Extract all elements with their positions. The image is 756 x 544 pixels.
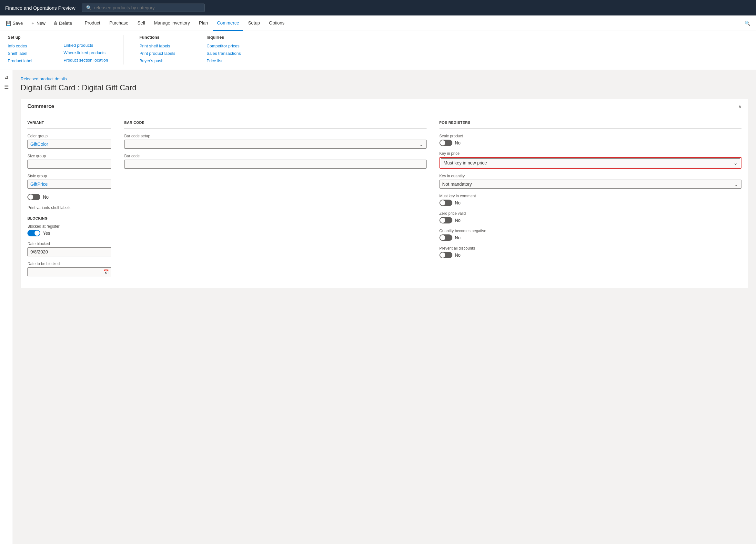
collapse-chevron-icon: ∧	[738, 104, 741, 109]
variant-header: VARIANT	[27, 121, 111, 129]
zero-price-valid-label: Zero price valid	[439, 211, 742, 216]
toggle-slider-comment	[439, 200, 452, 206]
page-content: ⊿ ☰ Released product details Digital Gif…	[0, 70, 756, 544]
functions-group-title: Functions	[139, 35, 175, 40]
menu-info-codes[interactable]: Info codes	[8, 42, 32, 50]
menu-buyers-push[interactable]: Buyer's push	[139, 57, 175, 65]
breadcrumb[interactable]: Released product details	[21, 76, 748, 81]
date-to-be-blocked-input[interactable]	[27, 267, 111, 276]
inquiries-group-title: Inquiries	[207, 35, 241, 40]
must-key-in-comment-toggle[interactable]	[439, 200, 452, 206]
tab-product[interactable]: Product	[81, 15, 104, 31]
tab-manage-inventory[interactable]: Manage inventory	[150, 15, 194, 31]
setup-group-title: Set up	[8, 35, 32, 40]
tab-purchase[interactable]: Purchase	[106, 15, 132, 31]
key-in-price-wrapper: Must key in new price Not mandatory Not …	[439, 157, 742, 169]
toggle-slider-blocked	[27, 230, 40, 237]
menu-group-functions: Functions Print shelf labels Print produ…	[139, 35, 175, 65]
barcode-header: BAR CODE	[124, 121, 427, 129]
key-in-quantity-select[interactable]: Not mandatory Must key in Not allowed	[439, 180, 742, 189]
commerce-section-card: Commerce ∧ VARIANT Color group Size grou…	[21, 99, 748, 288]
blocked-at-register-toggle[interactable]	[27, 230, 40, 237]
global-search[interactable]: 🔍	[82, 4, 205, 12]
menu-shelf-label[interactable]: Shelf label	[8, 50, 32, 57]
delete-button[interactable]: 🗑 Delete	[50, 19, 75, 28]
toggle-slider-qty-neg	[439, 235, 452, 241]
menu-linked-products[interactable]: Linked products	[64, 42, 108, 49]
size-group-input[interactable]	[27, 160, 111, 169]
scale-product-toggle[interactable]	[439, 140, 452, 146]
main-area: Released product details Digital Gift Ca…	[13, 70, 756, 544]
prevent-all-discounts-label: Prevent all discounts	[439, 246, 742, 251]
toggle-slider-discounts	[439, 252, 452, 258]
zero-price-valid-toggle[interactable]	[439, 217, 452, 224]
section-body: VARIANT Color group Size group Style gro…	[21, 114, 748, 288]
prevent-all-discounts-value: No	[455, 253, 461, 258]
print-variants-label: No	[43, 195, 49, 200]
new-button[interactable]: ＋ New	[27, 18, 49, 28]
blocked-at-register-value: Yes	[43, 231, 50, 236]
key-in-quantity-label: Key in quantity	[439, 174, 742, 178]
calendar-icon: 📅	[103, 269, 109, 274]
commerce-dropdown: Set up Info codes Shelf label Product la…	[0, 31, 756, 70]
color-group-input[interactable]	[27, 140, 111, 149]
menu-print-product-labels[interactable]: Print product labels	[139, 50, 175, 57]
print-variants-field-label: Print variants shelf labels	[27, 206, 111, 210]
date-blocked-input[interactable]	[27, 247, 111, 257]
zero-price-valid-value: No	[455, 218, 461, 223]
quantity-negative-label: Quantity becomes negative	[439, 229, 742, 233]
must-key-in-comment-label: Must key in comment	[439, 194, 742, 198]
date-blocked-label: Date blocked	[27, 242, 111, 246]
menu-icon[interactable]: ☰	[4, 84, 9, 90]
menu-group-inquiries: Inquiries Competitor prices Sales transa…	[207, 35, 241, 65]
menu-print-shelf-labels[interactable]: Print shelf labels	[139, 42, 175, 50]
tab-commerce[interactable]: Commerce	[213, 15, 243, 31]
tab-options[interactable]: Options	[265, 15, 288, 31]
search-input[interactable]	[94, 5, 200, 10]
menu-competitor-prices[interactable]: Competitor prices	[207, 42, 241, 50]
command-bar: 💾 Save ＋ New 🗑 Delete Product Purchase S…	[0, 15, 756, 31]
tab-plan[interactable]: Plan	[195, 15, 212, 31]
page-title: Digital Gift Card : Digital Gift Card	[21, 83, 748, 92]
must-key-in-comment-value: No	[455, 200, 461, 206]
quantity-negative-toggle[interactable]	[439, 235, 452, 241]
toggle-slider-scale	[439, 140, 452, 146]
style-group-input[interactable]	[27, 180, 111, 189]
prevent-all-discounts-field: Prevent all discounts No	[439, 246, 742, 258]
date-blocked-field: Date blocked	[27, 242, 111, 257]
filter-icon[interactable]: ⊿	[4, 74, 8, 80]
bar-code-setup-wrapper	[124, 140, 427, 149]
key-in-price-select[interactable]: Must key in new price Not mandatory Not …	[441, 158, 741, 167]
quantity-negative-value: No	[455, 235, 461, 240]
zero-price-valid-field: Zero price valid No	[439, 211, 742, 224]
tab-sell[interactable]: Sell	[134, 15, 149, 31]
barcode-column: BAR CODE Bar code setup Bar code	[124, 121, 427, 281]
bar-code-setup-select[interactable]	[124, 140, 427, 149]
tab-setup[interactable]: Setup	[244, 15, 264, 31]
key-in-price-field: Key in price Must key in new price Not m…	[439, 151, 742, 169]
style-group-field: Style group	[27, 174, 111, 189]
prevent-all-discounts-toggle[interactable]	[439, 252, 452, 258]
menu-product-section[interactable]: Product section location	[64, 56, 108, 64]
menu-price-list[interactable]: Price list	[207, 57, 241, 65]
color-group-field: Color group	[27, 134, 111, 149]
menu-product-label[interactable]: Product label	[8, 57, 32, 65]
menu-sales-transactions[interactable]: Sales transactions	[207, 50, 241, 57]
save-button[interactable]: 💾 Save	[3, 19, 26, 28]
blocking-header: BLOCKING	[27, 217, 111, 220]
separator	[78, 19, 78, 27]
top-bar: Finance and Operations Preview 🔍	[0, 0, 756, 15]
scale-product-label: Scale product	[439, 134, 742, 138]
key-in-quantity-wrapper: Not mandatory Must key in Not allowed	[439, 180, 742, 189]
bar-code-input[interactable]	[124, 160, 427, 169]
size-group-field: Size group	[27, 154, 111, 169]
print-variants-toggle[interactable]	[27, 194, 40, 200]
menu-where-linked[interactable]: Where-linked products	[64, 49, 108, 56]
save-icon: 💾	[6, 21, 11, 26]
section-header[interactable]: Commerce ∧	[21, 99, 748, 114]
color-group-label: Color group	[27, 134, 111, 138]
toolbar-search-button[interactable]: 🔍	[741, 19, 753, 28]
pos-registers-header: POS REGISTERS	[439, 121, 742, 129]
section-title: Commerce	[27, 104, 54, 109]
pos-registers-column: POS REGISTERS Scale product No	[439, 121, 742, 281]
